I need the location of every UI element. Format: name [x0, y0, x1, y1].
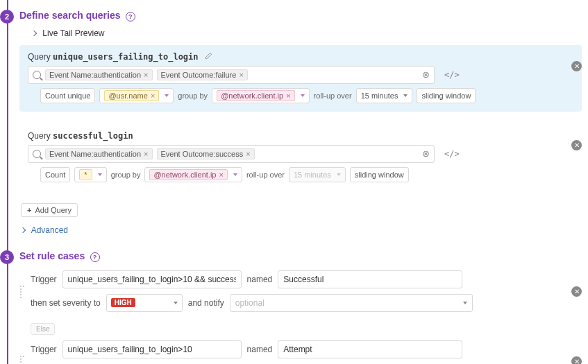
- groupby-label: group by: [111, 171, 141, 179]
- chip-remove-icon[interactable]: ×: [239, 71, 243, 79]
- chevron-right-icon: [20, 227, 26, 233]
- severity-label: then set severity to: [31, 298, 101, 308]
- aggregation-field-select[interactable]: *: [74, 167, 106, 182]
- chevron-right-icon: [31, 31, 37, 36]
- tag-remove-icon[interactable]: ×: [286, 92, 290, 100]
- add-query-label: Add Query: [35, 206, 72, 214]
- delete-query-icon[interactable]: ✕: [571, 61, 582, 71]
- drag-handle-icon[interactable]: [19, 270, 25, 298]
- edit-icon[interactable]: [205, 52, 212, 62]
- chevron-down-icon: [165, 94, 169, 97]
- chevron-down-icon: [337, 173, 341, 176]
- query-name: successful_login: [53, 131, 133, 141]
- step-2-title: Define search queries: [19, 10, 121, 21]
- tag-remove-icon[interactable]: ×: [219, 171, 224, 179]
- help-icon[interactable]: ?: [90, 252, 100, 262]
- query-block-2: Query successful_login Event Name:authen…: [19, 124, 582, 191]
- rule-case-2: Trigger named then set severity to LOW a…: [19, 340, 582, 364]
- live-tail-label: Live Tail Preview: [42, 28, 104, 38]
- notify-select[interactable]: optional: [230, 294, 473, 312]
- add-query-button[interactable]: + Add Query: [21, 203, 78, 217]
- step-3-title: Set rule cases: [19, 250, 85, 261]
- named-label: named: [247, 275, 273, 284]
- delete-case-icon[interactable]: ✕: [571, 356, 582, 364]
- filter-chip[interactable]: Event Name:authentication×: [45, 69, 153, 80]
- groupby-field-select[interactable]: @network.client.ip×: [144, 167, 242, 182]
- live-tail-toggle[interactable]: Live Tail Preview: [32, 28, 588, 38]
- clear-search-icon[interactable]: ⊗: [422, 148, 430, 159]
- window-type[interactable]: sliding window: [350, 167, 409, 182]
- case-name-input[interactable]: [278, 340, 462, 358]
- query-block-1: Query unique_users_failing_to_login Even…: [19, 45, 582, 112]
- chip-remove-icon[interactable]: ×: [144, 150, 148, 158]
- window-type[interactable]: sliding window: [417, 88, 476, 103]
- query-name: unique_users_failing_to_login: [53, 52, 199, 62]
- aggregation-field-select[interactable]: @usr.name×: [99, 88, 174, 103]
- search-icon: [33, 71, 41, 79]
- chip-remove-icon[interactable]: ×: [144, 71, 148, 79]
- filter-chip[interactable]: Event Outcome:failure×: [157, 69, 248, 80]
- case-name-input[interactable]: [278, 270, 462, 288]
- search-input-1[interactable]: Event Name:authentication× Event Outcome…: [28, 66, 435, 84]
- delete-query-icon[interactable]: ✕: [571, 140, 582, 150]
- clear-search-icon[interactable]: ⊗: [422, 69, 430, 80]
- step-3-badge: 3: [0, 250, 14, 264]
- rollup-label: roll-up over: [314, 92, 352, 100]
- rule-case-1: Trigger named then set severity to HIGH …: [19, 270, 582, 318]
- aggregation-select[interactable]: Count unique: [40, 88, 95, 103]
- filter-chip[interactable]: Event Name:authentication×: [45, 148, 153, 159]
- severity-badge-high: HIGH: [111, 298, 135, 307]
- step-2-badge: 2: [0, 10, 14, 24]
- query-prefix: Query: [28, 131, 51, 141]
- trigger-input[interactable]: [62, 340, 242, 358]
- groupby-field-select[interactable]: @network.client.ip×: [212, 88, 309, 103]
- named-label: named: [247, 345, 273, 354]
- chevron-down-icon: [463, 302, 467, 304]
- advanced-label: Advanced: [31, 225, 68, 235]
- code-toggle-icon[interactable]: </>: [444, 149, 460, 159]
- search-input-2[interactable]: Event Name:authentication× Event Outcome…: [28, 145, 435, 163]
- groupby-label: group by: [178, 92, 208, 100]
- notify-label: and notify: [188, 298, 224, 308]
- query-prefix: Query: [28, 52, 51, 62]
- code-toggle-icon[interactable]: </>: [444, 70, 460, 80]
- filter-chip[interactable]: Event Outcome:success×: [157, 148, 255, 159]
- notify-placeholder: optional: [235, 298, 264, 308]
- trigger-input[interactable]: [62, 270, 242, 288]
- trigger-label: Trigger: [31, 345, 57, 354]
- chevron-down-icon: [301, 94, 305, 97]
- interval-select: 15 minutes: [289, 167, 346, 182]
- tag-remove-icon[interactable]: ×: [151, 92, 155, 100]
- advanced-toggle[interactable]: Advanced: [21, 225, 588, 235]
- chevron-down-icon: [98, 173, 102, 176]
- search-icon: [33, 150, 41, 158]
- trigger-label: Trigger: [31, 275, 57, 284]
- rollup-label: roll-up over: [246, 171, 285, 179]
- drag-handle-icon[interactable]: [19, 340, 25, 364]
- interval-select[interactable]: 15 minutes: [356, 88, 413, 103]
- plus-icon: +: [27, 206, 31, 214]
- else-divider: Else: [31, 323, 55, 335]
- delete-case-icon[interactable]: ✕: [571, 286, 582, 297]
- severity-select[interactable]: HIGH: [106, 294, 183, 312]
- help-icon[interactable]: ?: [126, 12, 135, 21]
- chip-remove-icon[interactable]: ×: [246, 150, 250, 158]
- chevron-down-icon: [403, 94, 408, 97]
- aggregation-select[interactable]: Count: [40, 167, 70, 182]
- chevron-down-icon: [233, 173, 237, 176]
- chevron-down-icon: [174, 302, 178, 304]
